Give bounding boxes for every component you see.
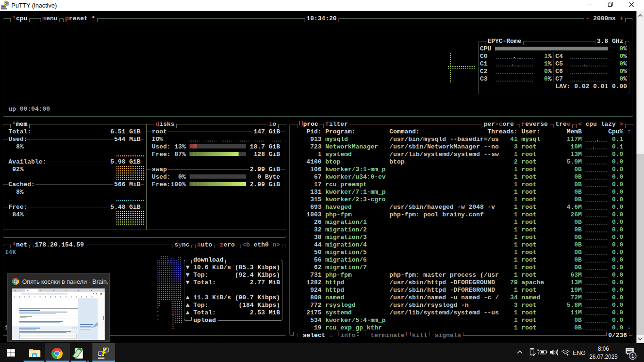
svg-text:1: 1 xyxy=(631,353,634,359)
